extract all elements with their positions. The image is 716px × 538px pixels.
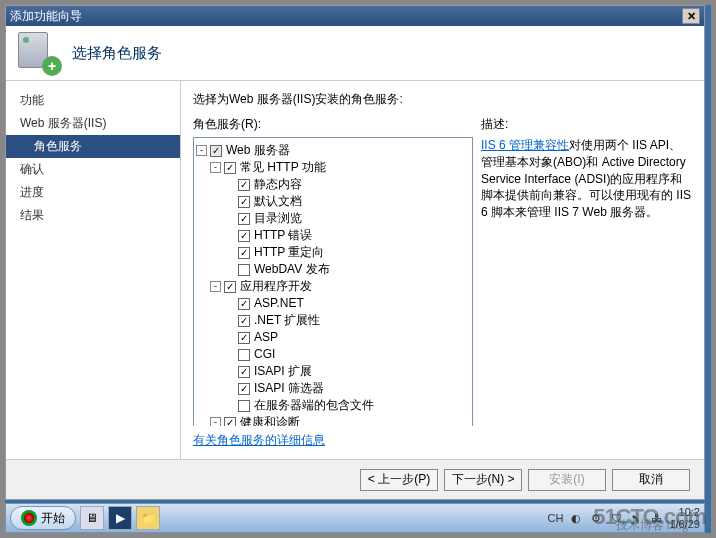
clock-date: 1/6/29: [669, 518, 700, 530]
start-button[interactable]: 开始: [10, 506, 76, 530]
wizard-header: + 选择角色服务: [6, 26, 704, 81]
tree-node[interactable]: HTTP 重定向: [196, 244, 470, 261]
taskbar-app-3[interactable]: 📁: [136, 506, 160, 530]
tree-node-label: 静态内容: [254, 177, 302, 192]
tree-node[interactable]: ISAPI 筛选器: [196, 380, 470, 397]
ime-indicator[interactable]: CH: [548, 512, 564, 524]
server-icon: +: [18, 32, 60, 74]
tree-checkbox[interactable]: [238, 213, 250, 225]
tree-checkbox[interactable]: [238, 383, 250, 395]
tree-checkbox[interactable]: [238, 298, 250, 310]
tree-node[interactable]: ASP.NET: [196, 295, 470, 312]
tree-checkbox[interactable]: [238, 264, 250, 276]
next-button[interactable]: 下一步(N) >: [444, 469, 522, 491]
tray-icon-5[interactable]: 🖧: [649, 511, 663, 525]
tree-node-label: HTTP 错误: [254, 228, 312, 243]
wizard-body: 功能Web 服务器(IIS)角色服务确认进度结果 选择为Web 服务器(IIS)…: [6, 81, 704, 459]
tree-checkbox[interactable]: [238, 400, 250, 412]
role-services-tree[interactable]: -Web 服务器-常见 HTTP 功能静态内容默认文档目录浏览HTTP 错误HT…: [193, 137, 473, 426]
close-button[interactable]: ✕: [682, 8, 700, 24]
tree-node-label: WebDAV 发布: [254, 262, 330, 277]
tree-checkbox[interactable]: [224, 281, 236, 293]
tree-node-label: .NET 扩展性: [254, 313, 320, 328]
sidebar-item[interactable]: Web 服务器(IIS): [6, 112, 180, 135]
clock-time[interactable]: 10:2: [669, 506, 700, 518]
description-pane: IIS 6 管理兼容性对使用两个 IIS API、管理基本对象(ABO)和 Ac…: [481, 137, 692, 426]
tray-icon-2[interactable]: ⚙: [589, 511, 603, 525]
wizard-window: 添加功能向导 ✕ + 选择角色服务 功能Web 服务器(IIS)角色服务确认进度…: [5, 5, 705, 500]
tree-node[interactable]: -常见 HTTP 功能: [196, 159, 470, 176]
plus-icon: +: [42, 56, 62, 76]
tree-node-label: 健康和诊断: [240, 415, 300, 426]
tree-checkbox[interactable]: [238, 366, 250, 378]
tree-checkbox[interactable]: [238, 247, 250, 259]
tree-node[interactable]: HTTP 错误: [196, 227, 470, 244]
system-tray: CH ◐ ⚙ 🛡 🔊 🖧 10:2 1/6/29: [548, 506, 700, 530]
tree-checkbox[interactable]: [210, 145, 222, 157]
tree-node-label: ISAPI 扩展: [254, 364, 312, 379]
tree-node-label: Web 服务器: [226, 143, 290, 158]
tree-checkbox[interactable]: [238, 230, 250, 242]
description-link[interactable]: IIS 6 管理兼容性: [481, 138, 569, 152]
main-pane: 选择为Web 服务器(IIS)安装的角色服务: 角色服务(R): 描述: -We…: [181, 81, 704, 459]
start-label: 开始: [41, 510, 65, 527]
sidebar-item[interactable]: 角色服务: [6, 135, 180, 158]
window-title: 添加功能向导: [10, 8, 682, 25]
tree-node-label: ISAPI 筛选器: [254, 381, 324, 396]
sidebar: 功能Web 服务器(IIS)角色服务确认进度结果: [6, 81, 181, 459]
taskbar-app-1[interactable]: 🖥: [80, 506, 104, 530]
sidebar-item[interactable]: 功能: [6, 89, 180, 112]
tree-node[interactable]: 目录浏览: [196, 210, 470, 227]
tree-checkbox[interactable]: [224, 162, 236, 174]
tree-node[interactable]: ASP: [196, 329, 470, 346]
button-bar: < 上一步(P) 下一步(N) > 安装(I) 取消: [6, 459, 704, 499]
taskbar[interactable]: 开始 🖥 ▶ 📁 CH ◐ ⚙ 🛡 🔊 🖧 10:2 1/6/29: [5, 503, 705, 533]
windows-orb-icon: [21, 510, 37, 526]
tree-checkbox[interactable]: [224, 417, 236, 427]
tree-toggle[interactable]: -: [210, 281, 221, 292]
tree-checkbox[interactable]: [238, 179, 250, 191]
tray-icon-3[interactable]: 🛡: [609, 511, 623, 525]
tree-checkbox[interactable]: [238, 315, 250, 327]
page-title: 选择角色服务: [72, 44, 162, 63]
tree-checkbox[interactable]: [238, 349, 250, 361]
tree-label: 角色服务(R):: [193, 116, 473, 133]
sidebar-item[interactable]: 进度: [6, 181, 180, 204]
tree-node[interactable]: ISAPI 扩展: [196, 363, 470, 380]
tree-node[interactable]: -应用程序开发: [196, 278, 470, 295]
tree-node[interactable]: CGI: [196, 346, 470, 363]
tree-node-label: CGI: [254, 347, 275, 362]
tree-checkbox[interactable]: [238, 332, 250, 344]
tree-node-label: HTTP 重定向: [254, 245, 324, 260]
tree-node[interactable]: 默认文档: [196, 193, 470, 210]
tree-node[interactable]: -健康和诊断: [196, 414, 470, 426]
tree-node[interactable]: 在服务器端的包含文件: [196, 397, 470, 414]
cancel-button[interactable]: 取消: [612, 469, 690, 491]
sidebar-item[interactable]: 结果: [6, 204, 180, 227]
tree-node-label: ASP: [254, 330, 278, 345]
tree-node[interactable]: .NET 扩展性: [196, 312, 470, 329]
tree-node-label: ASP.NET: [254, 296, 304, 311]
tree-node[interactable]: 静态内容: [196, 176, 470, 193]
tree-node-label: 应用程序开发: [240, 279, 312, 294]
install-button: 安装(I): [528, 469, 606, 491]
tree-node-label: 在服务器端的包含文件: [254, 398, 374, 413]
tree-node-label: 常见 HTTP 功能: [240, 160, 326, 175]
more-info-link[interactable]: 有关角色服务的详细信息: [193, 432, 692, 449]
tree-node[interactable]: WebDAV 发布: [196, 261, 470, 278]
tree-node-label: 目录浏览: [254, 211, 302, 226]
tree-toggle[interactable]: -: [210, 162, 221, 173]
tree-node-label: 默认文档: [254, 194, 302, 209]
tray-icon-4[interactable]: 🔊: [629, 511, 643, 525]
titlebar[interactable]: 添加功能向导 ✕: [6, 6, 704, 26]
tree-checkbox[interactable]: [238, 196, 250, 208]
tray-icon-1[interactable]: ◐: [569, 511, 583, 525]
tree-toggle[interactable]: -: [196, 145, 207, 156]
tree-toggle[interactable]: -: [210, 417, 221, 426]
prev-button[interactable]: < 上一步(P): [360, 469, 438, 491]
prompt-text: 选择为Web 服务器(IIS)安装的角色服务:: [193, 91, 692, 108]
tree-node[interactable]: -Web 服务器: [196, 142, 470, 159]
taskbar-app-2[interactable]: ▶: [108, 506, 132, 530]
sidebar-item[interactable]: 确认: [6, 158, 180, 181]
desc-label: 描述:: [481, 116, 508, 133]
